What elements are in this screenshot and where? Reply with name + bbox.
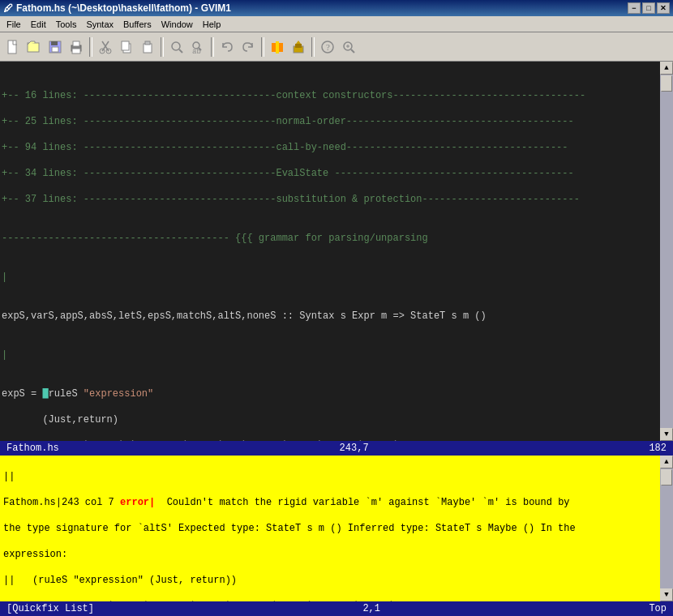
editor-status-bar: Fathom.hs 243,7 182 [0, 441, 673, 456]
exps-def-1: expS = █ruleS "expression" [2, 387, 658, 400]
error-line-2: Fathom.hs|243 col 7 error| Couldn't matc… [3, 496, 657, 509]
exps-def-3: $ varS `mplus` `{- letS `mplus` -}` appS… [2, 439, 658, 441]
svg-rect-22 [279, 43, 283, 52]
code-lines: +-- 16 lines: --------------------------… [0, 62, 660, 441]
scroll-up-arrow[interactable]: ▲ [660, 62, 673, 75]
menu-file[interactable]: File [2, 18, 26, 31]
title-bar-left: 🖊 Fathom.hs (~\Desktop\haskell\fathom) -… [3, 2, 231, 14]
type-sig: expS,varS,appS,absS,letS,epsS,matchS,alt… [2, 310, 658, 323]
menu-help[interactable]: Help [198, 18, 226, 31]
svg-rect-14 [144, 44, 152, 53]
toolbar-print[interactable] [66, 37, 86, 57]
svg-line-17 [179, 49, 182, 53]
editor-position: 243,7 [340, 443, 369, 454]
error-scroll-up[interactable]: ▲ [660, 456, 673, 468]
toolbar-find[interactable] [167, 37, 186, 57]
toolbar-run[interactable] [268, 37, 287, 57]
error-content: || Fathom.hs|243 col 7 error| Couldn't m… [0, 456, 660, 601]
fold-line-5[interactable]: +-- 37 lines: --------------------------… [2, 193, 658, 206]
menu-buffers[interactable]: Buffers [118, 18, 156, 31]
toolbar-sep-1 [89, 37, 92, 57]
fold-line-2[interactable]: +-- 25 lines: --------------------------… [2, 115, 658, 128]
menu-syntax[interactable]: Syntax [81, 18, 118, 31]
quickfix-position: 2,1 [362, 603, 380, 614]
toolbar-build[interactable] [289, 37, 308, 57]
menu-bar: File Edit Tools Syntax Buffers Window He… [0, 16, 673, 32]
toolbar-open[interactable] [24, 37, 44, 57]
window-title: Fathom.hs (~\Desktop\haskell\fathom) - G… [16, 2, 231, 14]
quickfix-label: [Quickfix List] [6, 603, 94, 614]
toolbar-cut[interactable] [96, 37, 115, 57]
editor-position-right: 182 [649, 443, 667, 454]
scroll-down-arrow[interactable]: ▼ [660, 428, 673, 441]
fold-line-4[interactable]: +-- 34 lines: --------------------------… [2, 167, 658, 180]
toolbar-replace[interactable]: ab [188, 37, 208, 57]
toolbar-save[interactable] [45, 37, 65, 57]
minimize-button[interactable]: − [628, 2, 641, 14]
error-line-1: || [3, 470, 657, 483]
quickfix-status-bar: [Quickfix List] 2,1 Top [0, 601, 673, 616]
svg-rect-4 [52, 47, 58, 52]
editor-filename: Fathom.hs [6, 443, 59, 454]
svg-rect-7 [72, 49, 80, 53]
svg-rect-21 [272, 43, 276, 52]
svg-text:ab: ab [192, 48, 201, 54]
error-scroll-down[interactable]: ▼ [660, 588, 673, 601]
quickfix-scroll: Top [649, 603, 667, 614]
pipe-1: | [2, 271, 658, 284]
svg-rect-1 [28, 43, 39, 52]
toolbar-copy[interactable] [117, 37, 136, 57]
app-icon: 🖊 [3, 2, 13, 14]
error-scroll-track[interactable] [660, 468, 673, 588]
editor-content[interactable]: +-- 16 lines: --------------------------… [0, 62, 660, 441]
exps-def-2: (Just,return) [2, 413, 658, 426]
editor-scrollbar[interactable]: ▲ ▼ [660, 62, 673, 441]
svg-text:?: ? [326, 42, 330, 52]
svg-rect-6 [73, 41, 79, 46]
error-pane: || Fathom.hs|243 col 7 error| Couldn't m… [0, 456, 673, 601]
toolbar-undo[interactable] [217, 37, 237, 57]
error-scroll-thumb[interactable] [661, 469, 672, 486]
error-line-3: the type signature for `altS' Expected t… [3, 522, 657, 535]
error-line-4: expression: [3, 548, 657, 561]
toolbar-sep-2 [161, 37, 164, 57]
menu-tools[interactable]: Tools [51, 18, 82, 31]
editor-pane: +-- 16 lines: --------------------------… [0, 62, 673, 441]
toolbar: ab ? [0, 32, 673, 62]
fold-line-1[interactable]: +-- 16 lines: --------------------------… [2, 89, 658, 102]
toolbar-help[interactable]: ? [318, 37, 337, 57]
toolbar-new[interactable] [3, 37, 23, 57]
toolbar-search2[interactable] [339, 37, 358, 57]
svg-rect-13 [122, 41, 129, 50]
svg-rect-25 [295, 44, 302, 48]
toolbar-sep-3 [211, 37, 214, 57]
svg-rect-0 [8, 41, 16, 53]
scroll-thumb[interactable] [661, 75, 672, 92]
scroll-track[interactable] [660, 75, 673, 428]
svg-point-16 [172, 42, 180, 50]
close-button[interactable]: ✕ [657, 2, 670, 14]
toolbar-sep-4 [261, 37, 264, 57]
menu-window[interactable]: Window [156, 18, 198, 31]
svg-rect-3 [51, 41, 58, 45]
svg-line-30 [351, 49, 354, 53]
maximize-button[interactable]: □ [642, 2, 655, 14]
error-line-6: || $ ((((((varS `mplus` appS) `mplus` ab… [3, 600, 657, 601]
title-bar-controls[interactable]: − □ ✕ [628, 2, 670, 14]
svg-marker-26 [296, 41, 301, 44]
title-bar: 🖊 Fathom.hs (~\Desktop\haskell\fathom) -… [0, 0, 673, 16]
fold-line-3[interactable]: +-- 94 lines: --------------------------… [2, 141, 658, 154]
menu-edit[interactable]: Edit [26, 18, 51, 31]
toolbar-redo[interactable] [238, 37, 258, 57]
pipe-2: | [2, 349, 658, 361]
svg-rect-23 [276, 41, 279, 53]
toolbar-sep-5 [311, 37, 315, 57]
svg-rect-15 [145, 41, 150, 45]
toolbar-paste[interactable] [138, 37, 157, 57]
main-area: +-- 16 lines: --------------------------… [0, 62, 673, 616]
error-line-5: || (ruleS "expression" (Just, return)) [3, 574, 657, 587]
error-scrollbar[interactable]: ▲ ▼ [660, 456, 673, 601]
grammar-comment: --------------------------------------- … [2, 232, 658, 245]
